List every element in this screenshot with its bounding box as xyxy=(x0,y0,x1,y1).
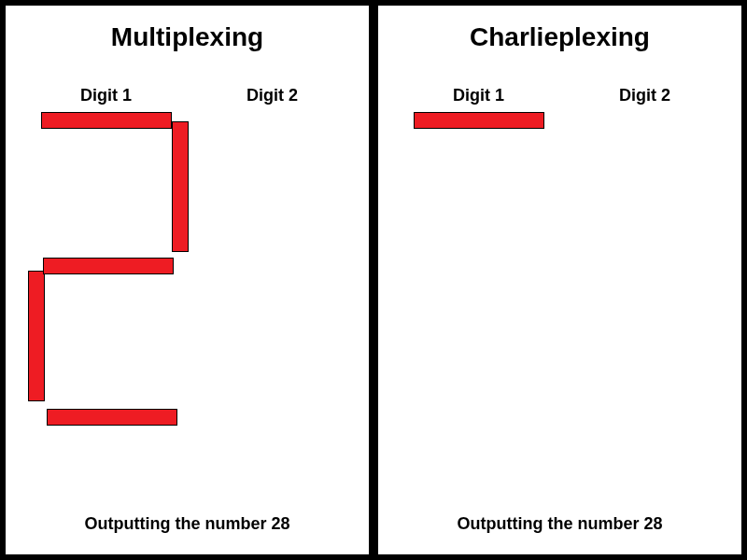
charlieplexing-panel: Charlieplexing Digit 1 Digit 2 Outputtin… xyxy=(378,6,741,554)
left-digit2-label: Digit 2 xyxy=(247,86,298,105)
left-d1-seg-g xyxy=(43,258,174,274)
right-digit1-label: Digit 1 xyxy=(453,86,504,105)
left-digit1-label: Digit 1 xyxy=(80,86,132,105)
right-d1-seg-a xyxy=(414,112,544,129)
charlieplexing-title: Charlieplexing xyxy=(378,22,741,52)
right-caption: Outputting the number 28 xyxy=(378,514,741,534)
left-digit-labels: Digit 1 Digit 2 xyxy=(6,86,369,108)
left-d1-seg-b xyxy=(172,121,189,252)
center-divider xyxy=(369,6,378,554)
right-digit-labels: Digit 1 Digit 2 xyxy=(378,86,741,108)
left-display-area xyxy=(24,112,351,467)
right-digit2-label: Digit 2 xyxy=(619,86,670,105)
left-d1-seg-a xyxy=(41,112,172,129)
left-caption: Outputting the number 28 xyxy=(6,514,369,534)
diagram-frame: Multiplexing Digit 1 Digit 2 Outputting … xyxy=(0,0,747,560)
left-d1-seg-e xyxy=(28,271,45,401)
right-display-area xyxy=(397,112,724,467)
multiplexing-panel: Multiplexing Digit 1 Digit 2 Outputting … xyxy=(6,6,369,554)
multiplexing-title: Multiplexing xyxy=(6,22,369,52)
left-d1-seg-d xyxy=(47,409,177,426)
